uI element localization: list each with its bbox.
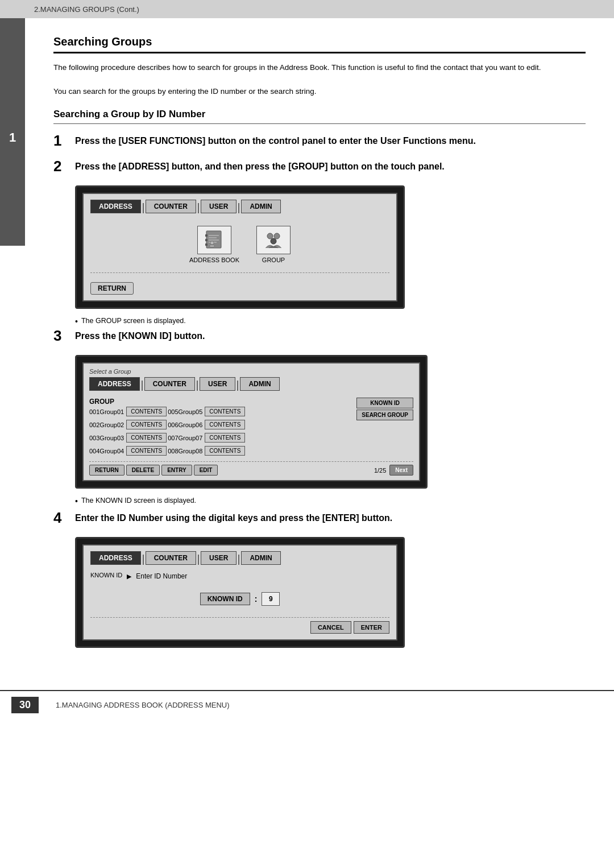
- step-4-number: 4: [53, 509, 75, 527]
- known-id-label: KNOWN ID: [90, 572, 122, 578]
- intro-text-2: You can search for the groups by enterin…: [53, 85, 586, 98]
- known-id-side-btn[interactable]: KNOWN ID: [356, 398, 413, 408]
- group-label-text: GROUP 001Group01 CONTENTS 005Group05 CON…: [89, 398, 245, 459]
- tab-address-1[interactable]: ADDRESS: [90, 200, 141, 213]
- svg-rect-9: [210, 245, 214, 247]
- group-rows: 001Group01 CONTENTS 005Group05 CONTENTS …: [89, 406, 245, 457]
- contents-btn-1[interactable]: CONTENTS: [205, 407, 245, 416]
- group-row-4: 003Group03 CONTENTS: [89, 432, 167, 444]
- tab-user-3[interactable]: USER: [201, 551, 237, 565]
- next-btn[interactable]: Next: [389, 465, 413, 476]
- group-name-5: 007Group07: [168, 435, 202, 441]
- screen-2: Select a Group ADDRESS COUNTER USER ADMI…: [75, 355, 428, 489]
- cancel-enter-row: CANCEL ENTER: [90, 617, 389, 634]
- svg-rect-2: [205, 239, 208, 241]
- tab-sep-2: [198, 203, 199, 213]
- tab-counter-2[interactable]: COUNTER: [144, 377, 195, 391]
- tab-user-2[interactable]: USER: [200, 377, 235, 391]
- left-tab: 1: [0, 18, 25, 246]
- bullet-note-2: The KNOWN ID screen is displayed.: [75, 497, 586, 506]
- group-row-5: 007Group07 CONTENTS: [168, 432, 245, 444]
- return-button-1[interactable]: RETURN: [90, 282, 134, 295]
- contents-btn-4[interactable]: CONTENTS: [126, 433, 167, 443]
- group-label: GROUP: [262, 257, 285, 263]
- step-2-text: Press the [ADDRESS] button, and then pre…: [75, 160, 445, 173]
- known-id-row: KNOWN ID ▶ Enter ID Number: [90, 572, 389, 581]
- content-area: Searching Groups The following procedure…: [25, 18, 614, 679]
- tab-sep-7: [143, 555, 144, 565]
- screen-2-bottom-btns: RETURN DELETE ENTRY EDIT: [89, 465, 218, 476]
- group-row-2: 002Group02 CONTENTS: [89, 419, 167, 431]
- tab-admin-1[interactable]: ADMIN: [241, 200, 280, 213]
- group-name-0: 001Group01: [89, 408, 124, 415]
- group-name-2: 002Group02: [89, 421, 124, 428]
- return-btn-2[interactable]: RETURN: [89, 465, 125, 476]
- screen-2-tabs-bar: ADDRESS COUNTER USER ADMIN: [89, 377, 413, 391]
- screen-2-group-header: GROUP 001Group01 CONTENTS 005Group05 CON…: [89, 398, 413, 459]
- contents-btn-0[interactable]: CONTENTS: [126, 407, 167, 416]
- tab-admin-3[interactable]: ADMIN: [241, 551, 280, 565]
- side-buttons: KNOWN ID SEARCH GROUP: [356, 398, 413, 420]
- step-1-text: Press the [USER FUNCTIONS] button on the…: [75, 134, 476, 148]
- tab-address-2[interactable]: ADDRESS: [89, 377, 140, 391]
- group-row-0: 001Group01 CONTENTS: [89, 406, 167, 418]
- entry-btn-2[interactable]: ENTRY: [161, 465, 192, 476]
- dashed-line-1: [90, 272, 389, 273]
- screen-3: ADDRESS COUNTER USER ADMIN KNOWN ID ▶ En…: [75, 537, 405, 648]
- group-name-3: 006Group06: [168, 421, 202, 428]
- tab-sep-4: [142, 381, 143, 391]
- edit-btn-2[interactable]: EDIT: [194, 465, 218, 476]
- section-divider: [53, 52, 586, 53]
- tab-user-1[interactable]: USER: [201, 200, 237, 213]
- svg-point-8: [210, 241, 214, 245]
- tab-sep-9: [238, 555, 239, 565]
- group-icon-box: [256, 226, 291, 254]
- tab-admin-2[interactable]: ADMIN: [240, 377, 279, 391]
- group-name-4: 003Group03: [89, 435, 124, 441]
- screen-3-tabs-bar: ADDRESS COUNTER USER ADMIN: [90, 551, 389, 565]
- group-icon-item[interactable]: GROUP: [256, 226, 291, 263]
- contents-btn-2[interactable]: CONTENTS: [126, 420, 167, 429]
- screen-3-inner: ADDRESS COUNTER USER ADMIN KNOWN ID ▶ En…: [82, 544, 397, 640]
- delete-btn-2[interactable]: DELETE: [126, 465, 160, 476]
- screen-1-tabs-bar: ADDRESS COUNTER USER ADMIN: [90, 200, 389, 213]
- tab-sep-5: [197, 381, 198, 391]
- cancel-button[interactable]: CANCEL: [310, 621, 351, 634]
- contents-btn-6[interactable]: CONTENTS: [126, 446, 167, 456]
- colon-separator: :: [255, 594, 258, 604]
- search-group-side-btn[interactable]: SEARCH GROUP: [356, 410, 413, 420]
- group-name-1: 005Group05: [168, 408, 202, 415]
- step-3-number: 3: [53, 327, 75, 345]
- subsection-divider: [53, 123, 586, 124]
- tab-counter-3[interactable]: COUNTER: [146, 551, 196, 565]
- known-id-entry-btn[interactable]: KNOWN ID: [200, 593, 250, 605]
- tab-sep-6: [237, 381, 238, 391]
- group-label: GROUP: [89, 398, 245, 406]
- id-input-box[interactable]: 9: [262, 592, 280, 606]
- page-nav: 1/25 Next: [374, 465, 413, 476]
- section-title: Searching Groups: [53, 35, 586, 48]
- address-book-svg: [204, 230, 225, 250]
- footer: 30 1.MANAGING ADDRESS BOOK (ADDRESS MENU…: [0, 690, 614, 719]
- screen-2-inner: Select a Group ADDRESS COUNTER USER ADMI…: [82, 362, 420, 481]
- svg-point-12: [271, 238, 276, 244]
- contents-btn-7[interactable]: CONTENTS: [205, 446, 245, 456]
- step-2-number: 2: [53, 158, 75, 175]
- subsection-title: Searching a Group by ID Number: [53, 109, 586, 120]
- tab-sep-8: [198, 555, 199, 565]
- intro-text-1: The following procedure describes how to…: [53, 61, 586, 74]
- tab-counter-1[interactable]: COUNTER: [146, 200, 196, 213]
- step-2: 2 Press the [ADDRESS] button, and then p…: [53, 160, 586, 175]
- svg-point-10: [267, 233, 273, 239]
- svg-point-11: [274, 233, 280, 239]
- enter-button[interactable]: ENTER: [354, 621, 389, 634]
- contents-btn-3[interactable]: CONTENTS: [205, 420, 245, 429]
- tab-sep-1: [143, 203, 144, 213]
- address-book-icon-item[interactable]: ADDRESS BOOK: [189, 226, 239, 263]
- tab-address-3[interactable]: ADDRESS: [90, 551, 141, 565]
- screen-2-bottom-bar: RETURN DELETE ENTRY EDIT 1/25 Next: [89, 461, 413, 476]
- svg-rect-3: [205, 243, 208, 246]
- contents-btn-5[interactable]: CONTENTS: [205, 433, 245, 443]
- footer-text: 1.MANAGING ADDRESS BOOK (ADDRESS MENU): [56, 701, 230, 709]
- screen-1-inner: ADDRESS COUNTER USER ADMIN: [82, 193, 397, 301]
